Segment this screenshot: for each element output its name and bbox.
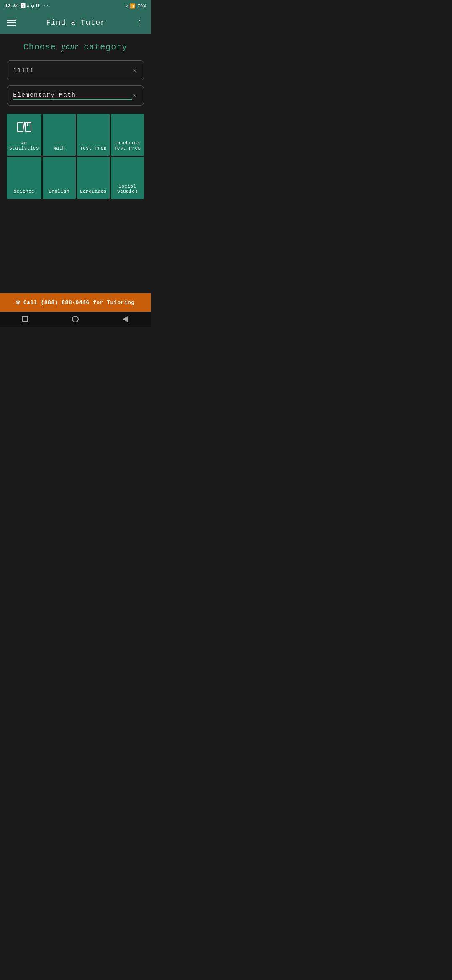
clear-button-1[interactable]: ✕ (132, 65, 138, 75)
do-not-disturb-icon: ⊘ (31, 3, 34, 9)
nfc-icon: 🅽 (21, 3, 25, 9)
page-title: Choose your category (7, 42, 144, 52)
recent-apps-button[interactable] (22, 316, 28, 322)
category-label-english: English (49, 189, 69, 194)
dropbox-icon: ❖ (27, 3, 30, 9)
category-math[interactable]: Math (43, 114, 76, 156)
category-english[interactable]: English (43, 157, 76, 199)
back-button[interactable] (123, 316, 128, 322)
time-display: 12:34 (5, 3, 19, 8)
footer-call-banner[interactable]: ☎ Call (888) 888-0446 for Tutoring (0, 293, 151, 312)
status-left: 12:34 🅽 ❖ ⊘ ⠿ ··· (5, 3, 49, 9)
search-box-1: ✕ (7, 60, 144, 80)
svg-rect-4 (27, 122, 28, 126)
svg-rect-0 (18, 122, 23, 132)
category-graduate-test-prep[interactable]: Graduate Test Prep (111, 114, 144, 156)
hamburger-menu-button[interactable] (7, 20, 16, 26)
search-box-2: ✕ (7, 85, 144, 106)
x-icon: ✕ (126, 3, 128, 9)
category-label-ap-statistics: AP Statistics (9, 141, 39, 151)
android-nav-bar (0, 312, 151, 327)
category-label-science: Science (14, 189, 35, 194)
category-ap-statistics[interactable]: AP Statistics (7, 114, 41, 156)
status-right: ✕ 📶 76% (126, 3, 146, 9)
title-choose: Choose (23, 42, 62, 52)
category-label-test-prep: Test Prep (80, 146, 107, 151)
book-icon (17, 121, 32, 136)
app-header: Find a Tutor ⋮ (0, 12, 151, 34)
phone-icon: ☎ (16, 298, 20, 307)
category-languages[interactable]: Languages (77, 157, 110, 199)
search-container: ✕ ✕ (7, 60, 144, 106)
grid-icon: ⠿ (36, 3, 39, 9)
home-button[interactable] (72, 316, 79, 322)
more-status-icon: ··· (41, 3, 49, 8)
header-title: Find a Tutor (46, 18, 105, 27)
status-bar: 12:34 🅽 ❖ ⊘ ⠿ ··· ✕ 📶 76% (0, 0, 151, 12)
search-input-2[interactable] (13, 92, 132, 100)
category-social-studies[interactable]: Social Studies (111, 157, 144, 199)
more-options-button[interactable]: ⋮ (136, 18, 144, 28)
title-category: category (78, 42, 127, 52)
main-content: Choose your category ✕ ✕ AP St (0, 34, 151, 207)
category-label-languages: Languages (80, 189, 107, 194)
category-label-math: Math (53, 146, 65, 151)
wifi-icon: 📶 (130, 3, 136, 9)
search-input-1[interactable] (13, 67, 132, 74)
clear-button-2[interactable]: ✕ (132, 90, 138, 101)
category-grid: AP Statistics Math Test Prep Graduate Te… (7, 114, 144, 199)
footer-call-text: Call (888) 888-0446 for Tutoring (23, 299, 135, 306)
category-label-graduate-test-prep: Graduate Test Prep (113, 141, 141, 151)
category-test-prep[interactable]: Test Prep (77, 114, 110, 156)
battery-display: 76% (137, 3, 146, 8)
category-label-social-studies: Social Studies (113, 184, 141, 194)
category-science[interactable]: Science (7, 157, 41, 199)
title-your: your (62, 42, 79, 51)
